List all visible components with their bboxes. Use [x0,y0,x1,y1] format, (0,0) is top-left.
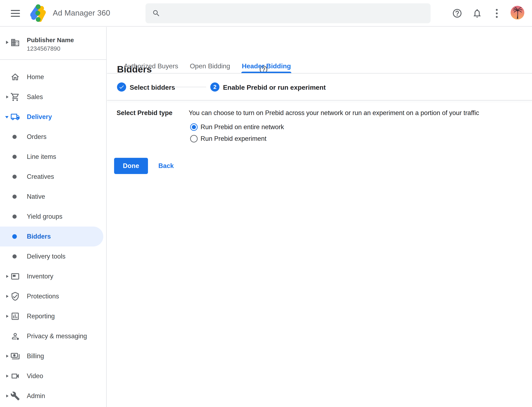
radio-selected-icon[interactable] [190,123,198,131]
publisher-name: Publisher Name [27,37,74,44]
bullet-icon [12,175,17,179]
building-icon [10,38,20,47]
shield-check-icon [10,291,20,301]
notifications-button[interactable] [472,8,483,19]
sidebar-item-native[interactable]: Native [0,187,106,207]
bullet-icon [12,155,17,159]
sidebar-item-yield-groups[interactable]: Yield groups [0,207,106,227]
home-icon [10,72,20,82]
bullet-icon [12,254,17,258]
prebid-type-label: Select Prebid type [117,109,172,117]
sidebar-item-home[interactable]: Home [0,67,106,87]
sidebar: Publisher Name 1234567890 Home Sales Del… [0,27,107,407]
step-1-circle [117,82,126,92]
main-content: Bidders Authorized Buyers Open Bidding H… [107,27,532,407]
back-link[interactable]: Back [158,158,174,174]
step-1-label[interactable]: Select bidders [130,84,175,91]
chevron-right-icon [6,355,8,358]
more-vert-icon [496,9,498,18]
search-input[interactable] [161,3,431,23]
tab-authorized-buyers[interactable]: Authorized Buyers [118,59,184,73]
sidebar-item-billing[interactable]: Billing [0,346,106,366]
chevron-right-icon [6,395,8,398]
sidebar-item-reporting[interactable]: Reporting [0,306,106,326]
sidebar-item-orders[interactable]: Orders [0,127,106,147]
cart-icon [10,92,20,102]
sidebar-item-admin[interactable]: Admin [0,386,106,406]
prebid-type-description: You can choose to turn on Prebid across … [189,109,479,117]
bullet-icon [12,135,17,139]
sidebar-item-video[interactable]: Video [0,366,106,386]
tab-open-bidding[interactable]: Open Bidding [184,59,236,73]
search-bar[interactable] [145,3,431,23]
sidebar-item-protections[interactable]: Protections [0,286,106,306]
more-options-button[interactable] [491,8,502,19]
product-name: Ad Manager 360 [53,0,110,26]
done-button[interactable]: Done [114,158,148,174]
help-icon [452,8,462,18]
sidebar-item-creatives[interactable]: Creatives [0,167,106,187]
sidebar-divider [0,59,106,60]
chevron-right-icon [6,315,8,318]
publisher-selector[interactable]: Publisher Name 1234567890 [0,27,106,59]
check-icon [119,84,124,90]
chevron-right-icon [6,295,8,298]
main-menu-button[interactable] [11,8,20,18]
sidebar-nav: Home Sales Delivery Orders Line items [0,67,106,406]
chevron-right-icon [6,41,8,44]
chevron-down-icon [5,116,8,118]
sidebar-item-bidders[interactable]: Bidders [0,227,103,246]
bullet-icon [12,195,17,199]
avatar-palm-image [511,6,524,20]
bullet-icon [12,214,17,219]
ad-unit-icon [10,272,20,281]
bullet-icon [12,234,17,239]
tab-bar: Authorized Buyers Open Bidding Header Bi… [118,59,297,73]
tab-header-bidding[interactable]: Header Bidding [236,59,297,73]
chevron-right-icon [6,95,8,98]
sidebar-item-inventory[interactable]: Inventory [0,266,106,286]
bell-icon [472,8,482,18]
search-icon [152,9,161,17]
tabs-divider [107,73,532,73]
sidebar-item-privacy-messaging[interactable]: Privacy & messaging [0,326,106,346]
step-connector [173,87,206,87]
video-camera-icon [10,371,20,381]
banknote-icon [10,351,20,361]
radio-run-prebid-entire-network[interactable]: Run Prebid on entire network [190,123,284,131]
app-header: Ad Manager 360 [0,0,532,27]
step-2-number: 2 [213,84,216,90]
radio-run-prebid-experiment[interactable]: Run Prebid experiment [190,134,266,143]
step-2-label: Enable Prebid or run experiment [223,84,326,91]
avatar[interactable] [511,6,524,20]
active-tab-underline [241,72,291,73]
stepper-divider [107,100,532,101]
chevron-right-icon [6,375,8,377]
bar-chart-icon [10,312,20,321]
person-badge-icon [10,331,20,341]
step-2-circle: 2 [210,82,219,92]
hamburger-icon [11,10,20,11]
sidebar-item-sales[interactable]: Sales [0,87,106,107]
help-button[interactable] [452,8,463,19]
sidebar-item-line-items[interactable]: Line items [0,147,106,167]
truck-icon [10,112,20,122]
radio-unselected-icon[interactable] [190,135,198,142]
ad-manager-logo [30,4,48,22]
sidebar-item-delivery[interactable]: Delivery [0,107,106,127]
chevron-right-icon [6,275,8,278]
sidebar-item-delivery-tools[interactable]: Delivery tools [0,246,106,266]
wrench-icon [10,391,20,401]
publisher-id: 1234567890 [27,45,60,52]
